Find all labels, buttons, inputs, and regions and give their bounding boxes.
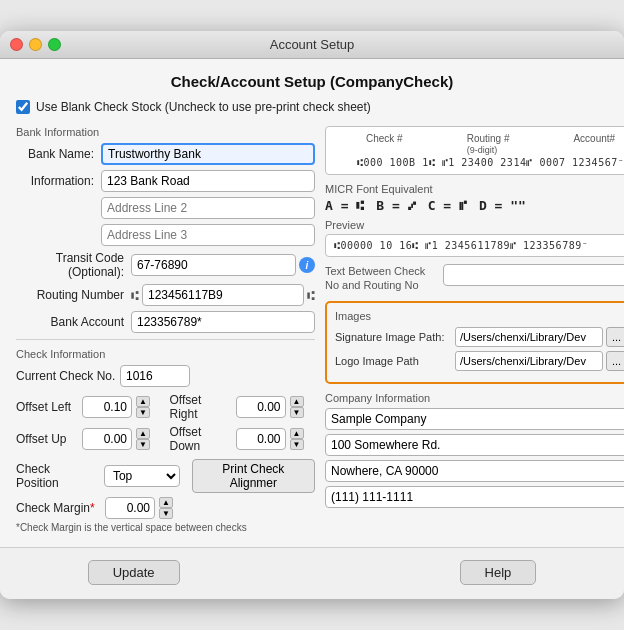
transit-info-icon[interactable]: i [299,257,315,273]
offset-grid: Offset Left ▲ ▼ Offset Right ▲ ▼ [16,393,315,453]
text-between-row: Text Between Check No and Routing No [325,264,624,293]
info-label: Information: [16,174,101,188]
offset-up-label: Offset Up [16,432,78,446]
micr-sample-box: Check # Routing #(9-digit) Account# ⑆000… [325,126,624,175]
bank-name-row: Bank Name: [16,143,315,165]
offset-up-input[interactable] [82,428,132,450]
routing-micr-left: ⑆ [131,288,139,303]
minimize-button[interactable] [29,38,42,51]
offset-left-up[interactable]: ▲ [136,396,150,407]
micr-a: A = ⑆ [325,198,364,213]
info-line3-input[interactable] [101,224,315,246]
routing-row: Routing Number ⑆ ⑆ [16,284,315,306]
offset-right-down[interactable]: ▼ [290,407,304,418]
logo-label: Logo Image Path [335,355,455,367]
transit-row: Transit Code (Optional): i [16,251,315,279]
company-line1-input[interactable] [325,408,624,430]
offset-right-input[interactable] [236,396,286,418]
page-title: Check/Account Setup (CompanyCheck) [16,73,608,90]
offset-up-row: Offset Up ▲ ▼ [16,425,162,453]
signature-row: Signature Image Path: ... i [335,327,624,347]
update-button[interactable]: Update [88,560,180,585]
company-line3-input[interactable] [325,460,624,482]
company-info-label: Company Information [325,392,624,404]
signature-label: Signature Image Path: [335,331,455,343]
check-margin-down[interactable]: ▼ [159,508,173,519]
logo-input[interactable] [455,351,603,371]
routing-input[interactable] [142,284,304,306]
routing-hash-label: Routing #(9-digit) [467,133,510,155]
offset-left-spinner: ▲ ▼ [136,396,150,418]
offset-down-label: Offset Down [170,425,232,453]
preview-box: ⑆00000 10 16⑆ ⑈1 2345611789⑈ 123356789⁻ [325,234,624,257]
micr-header: Check # Routing #(9-digit) Account# [334,133,624,155]
current-check-row: Current Check No. [16,365,315,387]
main-two-col: Bank Information Bank Name: Information: [16,126,608,533]
blank-check-stock-label: Use Blank Check Stock (Uncheck to use pr… [36,100,371,114]
info-row2 [16,197,315,219]
offset-up-up[interactable]: ▲ [136,428,150,439]
print-alignner-button[interactable]: Print Check Alignmer [192,459,315,493]
main-window: Account Setup Check/Account Setup (Compa… [0,31,624,599]
check-margin-row: Check Margin* ▲ ▼ [16,497,315,519]
offset-left-down[interactable]: ▼ [136,407,150,418]
transit-label: Transit Code (Optional): [16,251,131,279]
micr-sample-text: ⑆000 100B 1⑆ ⑈1 23400 2314⑈ 0007 1234567… [334,157,624,168]
offset-down-down[interactable]: ▼ [290,439,304,450]
check-margin-note: *Check Margin is the vertical space betw… [16,522,315,533]
blank-check-stock-checkbox[interactable] [16,100,30,114]
check-position-select[interactable]: Top Middle Bottom [104,465,180,487]
logo-row: Logo Image Path ... i [335,351,624,371]
signature-input[interactable] [455,327,603,347]
routing-micr-right: ⑆ [307,288,315,303]
micr-c: C = ⑈ [428,198,467,213]
help-button[interactable]: Help [460,560,537,585]
bank-account-row: Bank Account [16,311,315,333]
routing-label: Routing Number [16,288,131,302]
maximize-button[interactable] [48,38,61,51]
info-line2-input[interactable] [101,197,315,219]
window-title: Account Setup [270,37,355,52]
check-margin-input[interactable] [105,497,155,519]
check-margin-label: Check Margin* [16,501,101,515]
info-row1: Information: [16,170,315,192]
check-info-label: Check Information [16,348,315,360]
offset-down-spinner: ▲ ▼ [290,428,304,450]
offset-up-spinner: ▲ ▼ [136,428,150,450]
offset-right-spinner: ▲ ▼ [290,396,304,418]
offset-down-up[interactable]: ▲ [290,428,304,439]
offset-left-input[interactable] [82,396,132,418]
transit-input[interactable] [131,254,296,276]
bank-account-wrap [131,311,315,333]
micr-equiv-label: MICR Font Equivalent [325,183,624,195]
bank-name-input[interactable] [101,143,315,165]
preview-label: Preview [325,219,624,231]
offset-down-row: Offset Down ▲ ▼ [170,425,316,453]
current-check-label: Current Check No. [16,369,116,383]
micr-d: D = "" [479,198,526,213]
signature-browse-button[interactable]: ... [606,327,624,347]
bank-account-input[interactable] [131,311,315,333]
close-button[interactable] [10,38,23,51]
logo-browse-button[interactable]: ... [606,351,624,371]
offset-down-input[interactable] [236,428,286,450]
check-position-label: Check Position [16,462,96,490]
bank-info-label: Bank Information [16,126,315,138]
account-hash-label: Account# [573,133,615,155]
check-margin-up[interactable]: ▲ [159,497,173,508]
offset-right-up[interactable]: ▲ [290,396,304,407]
offset-up-down[interactable]: ▼ [136,439,150,450]
title-bar: Account Setup [0,31,624,59]
info-line1-input[interactable] [101,170,315,192]
text-between-input[interactable] [443,264,624,286]
company-line4-input[interactable] [325,486,624,508]
check-hash-label: Check # [366,133,403,155]
nine-digit-label: (9-digit) [467,145,498,155]
blank-check-stock-row: Use Blank Check Stock (Uncheck to use pr… [16,100,608,114]
images-section: Images Signature Image Path: ... i Logo … [325,301,624,384]
current-check-input[interactable] [120,365,190,387]
company-line2-input[interactable] [325,434,624,456]
offset-left-row: Offset Left ▲ ▼ [16,393,162,421]
left-column: Bank Information Bank Name: Information: [16,126,315,533]
offset-right-row: Offset Right ▲ ▼ [170,393,316,421]
